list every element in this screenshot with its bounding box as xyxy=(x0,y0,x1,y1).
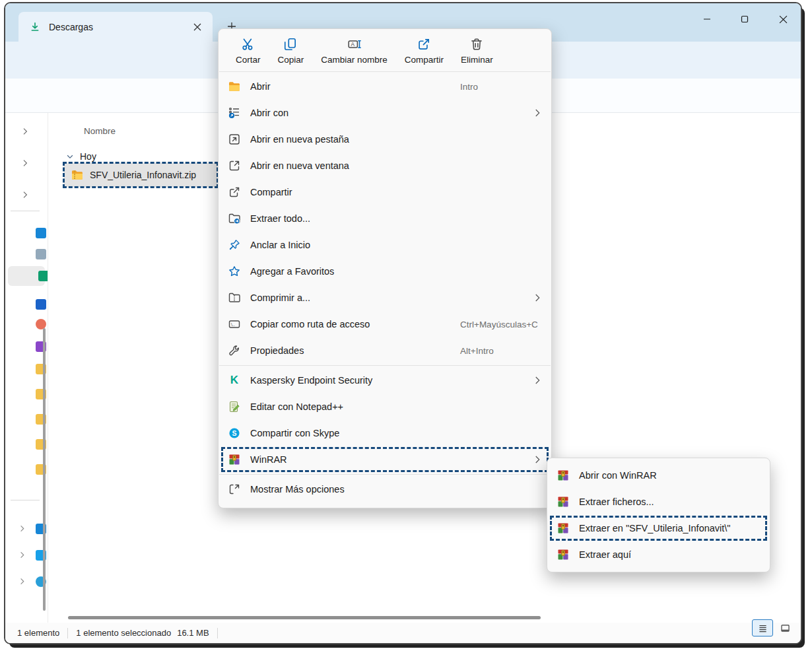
large-icons-view-toggle[interactable] xyxy=(774,619,795,636)
menu-item-copiar-ruta[interactable]: \.. Copiar como ruta de acceso Ctrl+Mayú… xyxy=(219,311,551,337)
quick-actions-row: Cortar Copiar A Cambiar nombre Compartir… xyxy=(219,29,551,70)
svg-text:\..: \.. xyxy=(231,322,235,327)
share-icon xyxy=(417,37,431,52)
view-toggles xyxy=(741,623,801,643)
winrar-icon xyxy=(557,495,570,508)
quick-action-compartir[interactable]: Compartir xyxy=(403,36,445,66)
sidebar-icon[interactable] xyxy=(36,249,46,259)
menu-separator xyxy=(219,474,551,475)
properties-icon xyxy=(228,344,241,357)
sidebar-icon xyxy=(38,271,48,281)
horizontal-scrollbar[interactable] xyxy=(68,616,541,619)
menu-item-propiedades[interactable]: Propiedades Alt+Intro xyxy=(219,337,551,364)
copy-icon xyxy=(283,37,298,52)
tree-chevron-icon[interactable] xyxy=(20,158,32,170)
tab-close-icon[interactable] xyxy=(189,18,206,36)
selection-count: 1 elemento seleccionado xyxy=(76,628,171,638)
tree-chevron-icon[interactable] xyxy=(20,126,32,138)
menu-item-extraer-todo[interactable]: Extraer todo... xyxy=(219,205,551,232)
downloads-icon xyxy=(29,21,41,33)
star-icon xyxy=(228,265,241,278)
sidebar-scrollbar[interactable] xyxy=(43,328,46,611)
quick-action-eliminar[interactable]: Eliminar xyxy=(459,36,494,66)
winrar-icon xyxy=(557,548,570,561)
submenu-item-abrir-con-winrar[interactable]: Abrir con WinRAR xyxy=(547,462,770,489)
status-bar: 1 elemento 1 elemento seleccionado 16.1 … xyxy=(5,623,801,643)
sidebar-separator xyxy=(11,211,40,211)
maximize-button[interactable] xyxy=(730,7,759,31)
winrar-icon xyxy=(557,522,570,535)
winrar-icon xyxy=(557,469,570,482)
menu-item-compartir[interactable]: Compartir xyxy=(219,179,551,205)
selection-size: 16.1 MB xyxy=(177,628,209,638)
zip-folder-icon xyxy=(71,168,84,182)
trash-icon xyxy=(469,37,484,52)
group-header-hoy[interactable]: Hoy xyxy=(65,149,96,164)
tree-chevron-icon[interactable] xyxy=(17,524,29,535)
skype-icon: S xyxy=(228,427,241,440)
menu-item-skype[interactable]: S Compartir con Skype xyxy=(219,420,551,446)
copy-path-icon: \.. xyxy=(228,318,241,331)
tab-descargas[interactable]: Descargas xyxy=(18,12,213,42)
submenu-item-extraer-ficheros[interactable]: Extraer ficheros... xyxy=(547,489,770,515)
menu-item-agregar-favoritos[interactable]: Agregar a Favoritos xyxy=(219,258,551,285)
chevron-right-icon xyxy=(531,454,543,465)
tree-chevron-icon[interactable] xyxy=(20,189,32,201)
menu-item-abrir-nueva-ventana[interactable]: Abrir en nueva ventana xyxy=(219,153,551,179)
rename-icon: A xyxy=(347,37,362,52)
winrar-icon xyxy=(228,453,241,466)
quick-action-cambiar-nombre[interactable]: A Cambiar nombre xyxy=(320,36,389,66)
menu-item-notepadpp[interactable]: Editar con Notepad++ xyxy=(219,394,551,420)
menu-item-abrir-con[interactable]: Abrir con xyxy=(219,100,551,126)
minimize-button[interactable] xyxy=(693,7,722,31)
sidebar-icon[interactable] xyxy=(36,228,46,238)
sidebar-icon[interactable] xyxy=(36,299,46,310)
sidebar-tree xyxy=(5,113,48,623)
file-name: SFV_Utileria_Infonavit.zip xyxy=(90,170,196,180)
sidebar-separator xyxy=(11,500,40,500)
tab-title: Descargas xyxy=(49,22,189,32)
explorer-window: Descargas xyxy=(4,2,802,644)
group-label: Hoy xyxy=(80,151,96,162)
notepad-icon xyxy=(228,400,241,413)
more-options-icon xyxy=(228,483,241,496)
chevron-right-icon xyxy=(531,292,543,304)
chevron-right-icon xyxy=(531,374,543,386)
kaspersky-icon: K xyxy=(228,374,241,387)
quick-action-copiar[interactable]: Copiar xyxy=(277,36,306,66)
menu-item-anclar-inicio[interactable]: Anclar a Inicio xyxy=(219,232,551,258)
menu-separator xyxy=(219,71,551,72)
cut-icon xyxy=(241,37,255,52)
submenu-item-extraer-aqui[interactable]: Extraer aquí xyxy=(547,541,770,568)
quick-action-cortar[interactable]: Cortar xyxy=(234,36,262,66)
menu-item-winrar[interactable]: WinRAR xyxy=(219,446,551,473)
close-button[interactable] xyxy=(768,7,797,31)
folder-open-icon xyxy=(228,80,241,93)
column-header-name[interactable]: Nombre xyxy=(84,126,116,136)
sidebar-item-descargas[interactable] xyxy=(8,266,45,286)
menu-item-comprimir-a[interactable]: Comprimir a... xyxy=(219,285,551,311)
details-view-toggle[interactable] xyxy=(752,619,773,636)
status-separator xyxy=(67,628,68,638)
chevron-right-icon xyxy=(531,107,543,119)
winrar-submenu: Abrir con WinRAR Extraer ficheros... Ext… xyxy=(547,458,770,572)
status-separator xyxy=(217,628,218,638)
tree-chevron-icon[interactable] xyxy=(17,576,29,588)
context-menu: Cortar Copiar A Cambiar nombre Compartir… xyxy=(218,28,552,508)
chevron-down-icon xyxy=(65,152,75,161)
share-icon xyxy=(228,186,241,199)
new-tab-icon xyxy=(228,133,241,146)
extract-all-icon xyxy=(228,212,241,225)
item-count: 1 elemento xyxy=(17,628,59,638)
file-row-selected[interactable]: SFV_Utileria_Infonavit.zip xyxy=(64,163,217,187)
menu-item-abrir[interactable]: Abrir Intro xyxy=(219,73,551,100)
new-window-icon xyxy=(228,159,241,172)
svg-text:S: S xyxy=(232,429,236,437)
menu-item-abrir-nueva-pestana[interactable]: Abrir en nueva pestaña xyxy=(219,126,551,153)
menu-item-kaspersky[interactable]: K Kaspersky Endpoint Security xyxy=(219,367,551,394)
tree-chevron-icon[interactable] xyxy=(17,550,29,562)
menu-separator xyxy=(219,365,551,366)
submenu-item-extraer-en-carpeta[interactable]: Extraer en "SFV_Utileria_Infonavit\" xyxy=(547,515,770,541)
open-with-icon xyxy=(228,106,241,120)
menu-item-mostrar-mas-opciones[interactable]: Mostrar Más opciones xyxy=(219,476,551,502)
